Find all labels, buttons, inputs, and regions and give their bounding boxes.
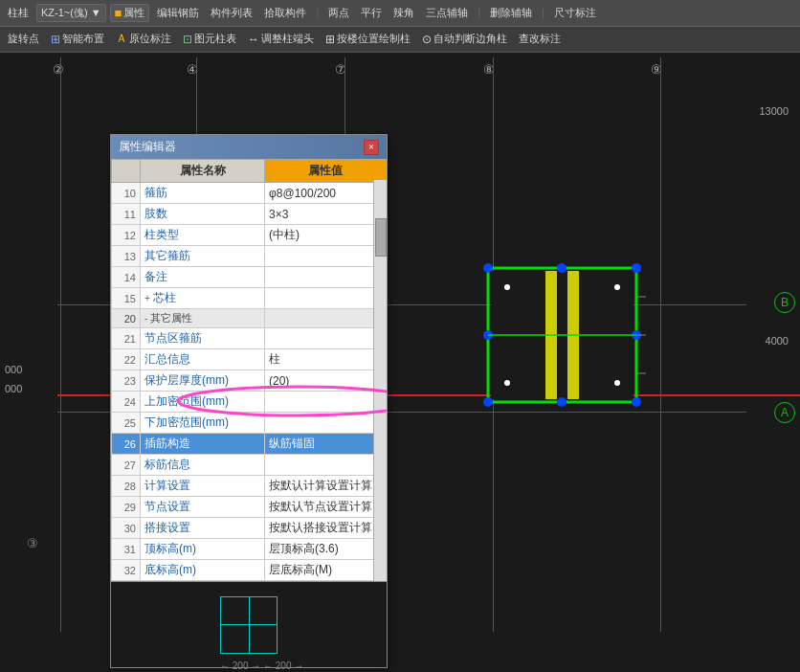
toolbar-angle[interactable]: 辣角: [389, 5, 418, 21]
table-row[interactable]: 20- 其它属性: [112, 309, 387, 328]
row-value[interactable]: 层顶标高(3.6): [265, 539, 387, 560]
toolbar-element-table[interactable]: ⊡ 图元柱表: [179, 31, 240, 47]
svg-point-4: [483, 263, 493, 273]
row-name: 肢数: [141, 204, 265, 225]
left-label-000-1: 000: [5, 364, 22, 375]
table-row[interactable]: 31顶标高(m)层顶标高(3.6): [112, 539, 387, 560]
row-value[interactable]: φ8@100/200: [265, 183, 387, 204]
grid-line-v5: [660, 57, 661, 632]
row-value[interactable]: [265, 392, 387, 413]
row-value[interactable]: 按默认节点设置计算: [265, 497, 387, 518]
table-row[interactable]: 14备注: [112, 267, 387, 288]
preview-box: [220, 596, 278, 654]
row-value[interactable]: (中柱): [265, 225, 387, 246]
row-value[interactable]: [265, 288, 387, 309]
toolbar-component-list[interactable]: 构件列表: [207, 5, 256, 21]
table-row[interactable]: 27标筋信息: [112, 455, 387, 476]
row-name: 搭接设置: [141, 518, 265, 539]
table-row[interactable]: 13其它箍筋: [112, 246, 387, 267]
row-name: 节点区箍筋: [141, 328, 265, 349]
toolbar-draw-column[interactable]: ⊞ 按楼位置绘制柱: [322, 31, 414, 47]
svg-point-12: [504, 284, 510, 290]
row-name: 底标高(m): [141, 560, 265, 581]
row-name: 顶标高(m): [141, 539, 265, 560]
toolbar-edit-rebar[interactable]: 编辑钢筋: [153, 5, 203, 21]
cad-column: [478, 258, 646, 412]
row-name: 节点设置: [141, 497, 265, 518]
row-num: 21: [112, 328, 141, 349]
table-row[interactable]: 12柱类型(中柱): [112, 225, 387, 246]
dim-4000: 4000: [766, 335, 789, 347]
toolbar-three-point-axis[interactable]: 三点辅轴: [422, 5, 472, 21]
table-row[interactable]: 24上加密范围(mm): [112, 392, 387, 413]
dialog-titlebar[interactable]: 属性编辑器 ×: [111, 135, 387, 159]
col-num-header: [112, 160, 141, 183]
row-value[interactable]: [265, 328, 387, 349]
toolbar-in-place-mark[interactable]: Ａ 原位标注: [112, 30, 175, 48]
toolbar-adjust-end[interactable]: ↔ 调整柱端头: [244, 31, 318, 47]
toolbar-smart-layout[interactable]: ⊞ 智能布置: [47, 31, 108, 47]
toolbar-rotate-point[interactable]: 旋转点: [4, 31, 43, 47]
row-name: 其它箍筋: [141, 246, 265, 267]
row-value[interactable]: 柱: [265, 349, 387, 370]
left-label-000-2: 000: [5, 383, 22, 394]
toolbar-property[interactable]: ■ 属性: [110, 4, 150, 22]
row-num: 13: [112, 246, 141, 267]
row-value[interactable]: 按默认搭接设置计算: [265, 518, 387, 539]
table-row[interactable]: 29节点设置按默认节点设置计算: [112, 497, 387, 518]
row-value[interactable]: [265, 413, 387, 434]
left-num-3: ③: [27, 536, 38, 550]
row-value[interactable]: 层底标高(M): [265, 560, 387, 581]
row-value[interactable]: [265, 246, 387, 267]
svg-point-8: [557, 263, 567, 273]
preview-cross-v: [249, 597, 250, 653]
row-name: + 芯柱: [141, 288, 265, 309]
axis-circle-B: B: [774, 292, 795, 313]
row-value[interactable]: (20): [265, 370, 387, 392]
table-row[interactable]: 28计算设置按默认计算设置计算: [112, 476, 387, 497]
row-name: 汇总信息: [141, 349, 265, 370]
svg-point-5: [632, 263, 641, 273]
row-name: 备注: [141, 267, 265, 288]
svg-point-9: [557, 397, 567, 407]
row-num: 11: [112, 204, 141, 225]
table-row[interactable]: 22汇总信息柱: [112, 349, 387, 370]
dialog-scrollbar[interactable]: [373, 180, 387, 581]
row-name: 箍筋: [141, 183, 265, 204]
toolbar-pick-component[interactable]: 拾取构件: [260, 5, 310, 21]
table-row[interactable]: 30搭接设置按默认搭接设置计算: [112, 518, 387, 539]
row-num: 14: [112, 267, 141, 288]
toolbar-item-zhugui[interactable]: 柱桂: [4, 5, 33, 21]
row-name: 计算设置: [141, 476, 265, 497]
dialog-close-button[interactable]: ×: [364, 140, 379, 155]
table-row[interactable]: 25下加密范围(mm): [112, 413, 387, 434]
toolbar-two-point[interactable]: 两点: [324, 5, 353, 21]
table-row[interactable]: 11肢数3×3: [112, 204, 387, 225]
row-value[interactable]: [265, 267, 387, 288]
toolbar-auto-corner[interactable]: ⊙ 自动判断边角柱: [418, 31, 511, 47]
col-name-header: 属性名称: [141, 160, 265, 183]
row-value[interactable]: [265, 309, 387, 328]
row-value[interactable]: [265, 455, 387, 476]
table-row[interactable]: 21节点区箍筋: [112, 328, 387, 349]
table-row[interactable]: 26插筋构造纵筋锚固: [112, 434, 387, 455]
scrollbar-thumb[interactable]: [375, 218, 387, 257]
row-value[interactable]: 纵筋锚固: [265, 434, 387, 455]
svg-point-6: [483, 397, 493, 407]
table-row[interactable]: 15+ 芯柱: [112, 288, 387, 309]
row-name: 下加密范围(mm): [141, 413, 265, 434]
svg-point-14: [614, 284, 620, 290]
toolbar-dimension[interactable]: 尺寸标注: [550, 5, 600, 21]
row-num: 25: [112, 413, 141, 434]
toolbar-delete-axis[interactable]: 删除辅轴: [486, 5, 536, 21]
axis-num-2: ②: [53, 62, 64, 77]
row-num: 29: [112, 497, 141, 518]
toolbar-parallel[interactable]: 平行: [357, 5, 386, 21]
toolbar-check-mark[interactable]: 查改标注: [515, 31, 565, 47]
table-row[interactable]: 32底标高(m)层底标高(M): [112, 560, 387, 581]
table-row[interactable]: 10箍筋φ8@100/200: [112, 183, 387, 204]
row-value[interactable]: 3×3: [265, 204, 387, 225]
row-value[interactable]: 按默认计算设置计算: [265, 476, 387, 497]
toolbar-kz-dropdown[interactable]: KZ-1~(傀) ▼: [36, 4, 106, 22]
table-row[interactable]: 23保护层厚度(mm)(20): [112, 370, 387, 392]
